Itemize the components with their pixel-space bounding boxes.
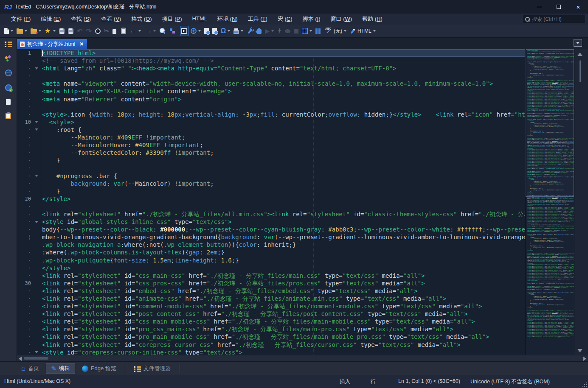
open-favorite-folder-button[interactable] [29, 26, 42, 36]
code-line[interactable]: - } [17, 156, 525, 164]
documents-icon[interactable] [6, 99, 11, 105]
syntax-scheme-button[interactable]: HTML [349, 26, 377, 36]
status-line-mode[interactable]: 行 [371, 378, 376, 385]
code-line[interactable]: · [17, 164, 525, 172]
code-line[interactable]: ·<link rel="stylesheet" id="corepress-cu… [17, 341, 525, 349]
code-line[interactable]: -<meta name="viewport" content="width=de… [17, 80, 525, 87]
stop-macro-button[interactable] [293, 26, 300, 36]
code-line[interactable]: 30<link rel="stylesheet" id="css_pros-cs… [17, 279, 525, 287]
menu-item-窗口[interactable]: 窗口 (W) [326, 14, 357, 24]
tab-close-icon[interactable]: ✕ [79, 41, 84, 47]
code-line[interactable]: · --Maincolor: #409EFF !important; [17, 134, 525, 141]
paste-button[interactable] [120, 26, 127, 36]
code-line[interactable]: ·<link rel="stylesheet" id="pro_main_mob… [17, 333, 525, 341]
code-line[interactable]: ·<style>.icon {width: 18px; height: 18px… [17, 111, 525, 118]
undo-button[interactable] [76, 26, 84, 36]
menu-item-帮助[interactable]: 帮助 (H) [357, 14, 388, 24]
scroll-right-icon[interactable] [583, 357, 586, 361]
resize-grip-icon[interactable] [582, 382, 587, 387]
code-line[interactable]: ·<link rel="stylesheet" id="embed-css" h… [17, 287, 525, 295]
save-all-button[interactable] [67, 26, 75, 36]
chevron-down-icon[interactable] [309, 30, 312, 32]
menu-item-工具[interactable]: 工具 (T) [243, 14, 273, 24]
menu-item-HTML[interactable]: HTML [187, 14, 212, 24]
chevron-down-icon[interactable] [373, 30, 376, 32]
compare-button[interactable] [168, 26, 177, 36]
code-line[interactable]: ·<meta name="Referrer" content="origin"> [17, 95, 525, 103]
favorites-button[interactable] [43, 26, 57, 36]
save-button[interactable] [58, 26, 66, 36]
code-line[interactable]: ·<!-- saved from url=(0018)https://myzwq… [17, 57, 525, 64]
snippets-icon[interactable] [5, 55, 12, 61]
code-line[interactable]: -.wp-block-navigation a:where(:not(.wp-e… [17, 241, 525, 248]
spell-check-button[interactable]: (无) [324, 26, 348, 36]
chevron-down-icon[interactable] [241, 30, 243, 32]
code-editor[interactable]: 1<!DOCTYPE html>·<!-- saved from url=(00… [17, 49, 526, 355]
status-encoding[interactable]: Unicode (UTF-8) 不含签名 (BOM) [470, 378, 550, 385]
code-line[interactable]: ·<link rel="stylesheet" id="post-content… [17, 310, 525, 318]
code-line[interactable]: ·<link rel="stylesheet" id="animate-css"… [17, 295, 525, 302]
bottom-tab-home[interactable]: 首页 [16, 363, 44, 374]
window-layout-button[interactable] [301, 26, 313, 36]
menu-item-查找[interactable]: 查找 (S) [66, 14, 96, 24]
status-insert-mode[interactable]: 插入 [340, 378, 350, 385]
open-file-button[interactable] [15, 26, 28, 36]
fold-toggle-icon[interactable] [32, 218, 41, 226]
horizontal-scrollbar[interactable] [17, 355, 588, 361]
scroll-down-icon[interactable] [577, 349, 582, 352]
view-in-browser-button[interactable] [189, 26, 202, 36]
bottom-tab-edit[interactable]: 编辑 [46, 363, 75, 374]
close-button[interactable]: × [568, 0, 588, 14]
menu-item-脚本[interactable]: 脚本 (I) [298, 14, 326, 24]
code-line[interactable]: · #nprogress .bar { [17, 172, 525, 180]
run-button[interactable] [264, 26, 275, 36]
code-line[interactable]: ·.wp-block-pullquote{font-size: 1.5em;li… [17, 257, 525, 264]
menu-item-查看[interactable]: 查看 (V) [96, 14, 126, 24]
web-icon[interactable] [5, 70, 12, 76]
navigate-back-button[interactable] [128, 26, 142, 36]
tab-active[interactable]: 初念瑾 - 分享站.html ✕ [17, 39, 87, 49]
chevron-down-icon[interactable] [228, 30, 230, 32]
chevron-down-icon[interactable] [198, 30, 201, 32]
code-line[interactable]: · [17, 203, 525, 210]
code-line[interactable]: ·<style id="corepress-cursor-inline-css"… [17, 349, 525, 355]
code-line[interactable]: · background: var(--Maincolor) !importan… [17, 180, 525, 187]
scroll-left-icon[interactable] [19, 357, 22, 361]
code-line[interactable]: · } [17, 187, 525, 195]
code-line[interactable]: ·<style id="global-styles-inline-css" ty… [17, 218, 525, 226]
code-line[interactable]: 20</style> [17, 195, 525, 203]
chevron-down-icon[interactable] [11, 30, 13, 32]
fold-toggle-icon[interactable] [32, 64, 41, 72]
code-line[interactable]: · [17, 103, 525, 111]
preview-pane-toggle-button[interactable] [180, 26, 188, 36]
fold-toggle-icon[interactable] [32, 349, 41, 355]
code-line[interactable]: · --fontSelectedColor: #3390ff !importan… [17, 149, 525, 156]
history-button[interactable] [94, 26, 102, 36]
record-macro-button[interactable] [284, 26, 292, 36]
chevron-down-icon[interactable] [25, 30, 27, 32]
tab-list-dropdown-button[interactable] [574, 39, 582, 47]
print-preview-button[interactable] [232, 26, 245, 36]
status-caret-position[interactable]: Ln 1, Col 1 (0) < ($3C=60) [398, 378, 460, 384]
minimize-button[interactable] [529, 0, 549, 14]
split-view-button[interactable] [314, 26, 323, 36]
code-line[interactable]: 10 <style> [17, 118, 525, 126]
menu-item-文件[interactable]: 文件 (F) [6, 14, 36, 24]
browser-preview-2-button[interactable] [211, 26, 218, 36]
code-line[interactable]: · --MaincolorHover: #409EFF !important; [17, 141, 525, 149]
navigate-forward-button[interactable] [143, 26, 157, 36]
code-line[interactable]: ·<link rel="stylesheet" id="pro_css_main… [17, 325, 525, 333]
plugins-button[interactable] [256, 26, 263, 36]
code-line[interactable]: -<link rel="stylesheet" id="css_main_mob… [17, 318, 525, 325]
clipboard-icon[interactable] [6, 113, 11, 119]
tools-button[interactable] [245, 26, 255, 36]
code-line[interactable]: ·<html lang="zh" class=" "><head><meta h… [17, 64, 525, 72]
menu-item-格式[interactable]: 格式 (O) [126, 14, 157, 24]
quick-run-button[interactable] [276, 26, 283, 36]
fold-toggle-icon[interactable] [32, 118, 41, 126]
code-line[interactable]: ·<link rel="stylesheet" id="css_main-css… [17, 272, 525, 279]
bottom-tab-file-manager[interactable]: 文件管理器 [129, 363, 176, 374]
copy-button[interactable] [111, 26, 119, 36]
code-line[interactable]: · [17, 72, 525, 80]
search-input[interactable]: 搜索 (Ctrl+H) [523, 15, 585, 23]
